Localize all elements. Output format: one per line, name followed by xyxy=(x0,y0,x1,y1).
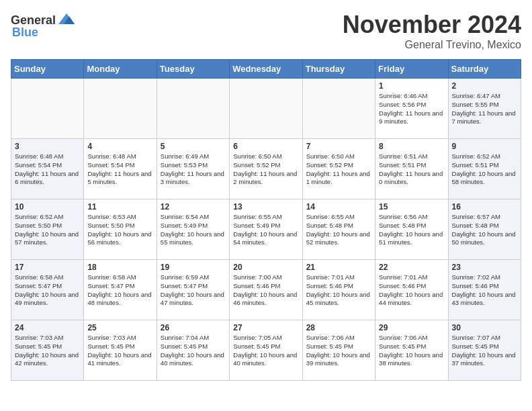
day-number: 25 xyxy=(87,323,152,332)
sunset: Sunset: 5:49 PM xyxy=(233,222,280,229)
sunrise: Sunrise: 6:58 AM xyxy=(87,273,136,281)
calendar-cell: 1 Sunrise: 6:46 AM Sunset: 5:56 PM Dayli… xyxy=(375,79,448,139)
day-info: Sunrise: 6:50 AM Sunset: 5:52 PM Dayligh… xyxy=(306,152,371,187)
sunrise: Sunrise: 7:04 AM xyxy=(161,334,209,341)
sunrise: Sunrise: 6:52 AM xyxy=(15,213,63,220)
sunrise: Sunrise: 7:07 AM xyxy=(452,334,500,341)
calendar-cell: 19 Sunrise: 6:59 AM Sunset: 5:47 PM Dayl… xyxy=(157,260,229,320)
sunrise: Sunrise: 6:51 AM xyxy=(379,152,427,160)
daylight: Daylight: 10 hours and 57 minutes. xyxy=(15,230,79,246)
calendar-cell: 10 Sunrise: 6:52 AM Sunset: 5:50 PM Dayl… xyxy=(11,199,84,260)
sunset: Sunset: 5:45 PM xyxy=(452,342,499,350)
calendar-cell: 16 Sunrise: 6:57 AM Sunset: 5:48 PM Dayl… xyxy=(448,199,521,260)
day-number: 26 xyxy=(161,323,226,332)
daylight: Daylight: 10 hours and 47 minutes. xyxy=(161,291,224,307)
day-info: Sunrise: 6:53 AM Sunset: 5:50 PM Dayligh… xyxy=(87,213,152,247)
calendar-table: SundayMondayTuesdayWednesdayThursdayFrid… xyxy=(11,59,521,381)
day-info: Sunrise: 6:56 AM Sunset: 5:48 PM Dayligh… xyxy=(379,213,444,247)
daylight: Daylight: 11 hours and 2 minutes. xyxy=(233,170,297,186)
sunset: Sunset: 5:50 PM xyxy=(87,222,134,229)
calendar-cell xyxy=(302,79,375,139)
day-info: Sunrise: 6:48 AM Sunset: 5:54 PM Dayligh… xyxy=(87,152,152,187)
calendar-cell: 17 Sunrise: 6:58 AM Sunset: 5:47 PM Dayl… xyxy=(11,260,84,320)
sunset: Sunset: 5:46 PM xyxy=(452,282,499,289)
sunset: Sunset: 5:52 PM xyxy=(306,161,353,169)
calendar-week-row: 1 Sunrise: 6:46 AM Sunset: 5:56 PM Dayli… xyxy=(11,79,521,139)
day-info: Sunrise: 6:50 AM Sunset: 5:52 PM Dayligh… xyxy=(233,152,298,187)
daylight: Daylight: 11 hours and 5 minutes. xyxy=(87,170,151,186)
sunset: Sunset: 5:45 PM xyxy=(161,342,208,350)
day-number: 23 xyxy=(452,263,517,272)
day-info: Sunrise: 7:00 AM Sunset: 5:46 PM Dayligh… xyxy=(233,273,298,308)
day-header: Tuesday xyxy=(157,60,229,79)
sunrise: Sunrise: 7:02 AM xyxy=(452,273,500,281)
calendar-week-row: 10 Sunrise: 6:52 AM Sunset: 5:50 PM Dayl… xyxy=(11,199,521,260)
day-info: Sunrise: 6:47 AM Sunset: 5:55 PM Dayligh… xyxy=(452,92,517,126)
sunset: Sunset: 5:55 PM xyxy=(452,101,499,108)
sunset: Sunset: 5:47 PM xyxy=(87,282,134,289)
calendar-cell: 14 Sunrise: 6:55 AM Sunset: 5:48 PM Dayl… xyxy=(302,199,375,260)
day-number: 9 xyxy=(452,142,517,151)
daylight: Daylight: 10 hours and 52 minutes. xyxy=(306,230,370,246)
daylight: Daylight: 10 hours and 44 minutes. xyxy=(379,291,443,307)
calendar-cell: 6 Sunrise: 6:50 AM Sunset: 5:52 PM Dayli… xyxy=(230,139,302,199)
day-number: 5 xyxy=(161,142,226,151)
sunrise: Sunrise: 7:00 AM xyxy=(233,273,281,281)
daylight: Daylight: 11 hours and 6 minutes. xyxy=(15,170,79,186)
daylight: Daylight: 11 hours and 7 minutes. xyxy=(452,109,516,126)
day-number: 24 xyxy=(15,323,80,332)
calendar-cell xyxy=(157,79,229,139)
calendar-cell: 3 Sunrise: 6:48 AM Sunset: 5:54 PM Dayli… xyxy=(11,139,84,199)
sunrise: Sunrise: 6:58 AM xyxy=(15,273,63,281)
sunrise: Sunrise: 7:03 AM xyxy=(87,334,136,341)
daylight: Daylight: 10 hours and 58 minutes. xyxy=(452,170,516,186)
calendar-cell: 9 Sunrise: 6:52 AM Sunset: 5:51 PM Dayli… xyxy=(448,139,521,199)
day-number: 19 xyxy=(161,263,226,272)
sunset: Sunset: 5:48 PM xyxy=(306,222,353,229)
calendar-cell: 5 Sunrise: 6:49 AM Sunset: 5:53 PM Dayli… xyxy=(157,139,229,199)
day-info: Sunrise: 7:01 AM Sunset: 5:46 PM Dayligh… xyxy=(306,273,371,308)
calendar-cell: 15 Sunrise: 6:56 AM Sunset: 5:48 PM Dayl… xyxy=(375,199,448,260)
day-number: 11 xyxy=(87,202,152,212)
daylight: Daylight: 10 hours and 37 minutes. xyxy=(452,351,516,367)
daylight: Daylight: 10 hours and 56 minutes. xyxy=(87,230,151,246)
calendar-cell: 30 Sunrise: 7:07 AM Sunset: 5:45 PM Dayl… xyxy=(448,320,521,381)
title-block: November 2024 General Trevino, Mexico xyxy=(343,11,521,51)
daylight: Daylight: 10 hours and 50 minutes. xyxy=(452,230,516,246)
daylight: Daylight: 10 hours and 38 minutes. xyxy=(379,351,443,367)
calendar-week-row: 3 Sunrise: 6:48 AM Sunset: 5:54 PM Dayli… xyxy=(11,139,521,199)
day-number: 1 xyxy=(379,81,444,91)
day-number: 15 xyxy=(379,202,444,212)
day-info: Sunrise: 7:04 AM Sunset: 5:45 PM Dayligh… xyxy=(161,334,226,368)
sunset: Sunset: 5:54 PM xyxy=(87,161,134,169)
calendar-week-row: 17 Sunrise: 6:58 AM Sunset: 5:47 PM Dayl… xyxy=(11,260,521,320)
day-number: 18 xyxy=(87,263,152,272)
daylight: Daylight: 10 hours and 39 minutes. xyxy=(306,351,370,367)
day-info: Sunrise: 6:58 AM Sunset: 5:47 PM Dayligh… xyxy=(15,273,80,308)
day-info: Sunrise: 7:07 AM Sunset: 5:45 PM Dayligh… xyxy=(452,334,517,368)
sunrise: Sunrise: 6:59 AM xyxy=(161,273,209,281)
daylight: Daylight: 10 hours and 49 minutes. xyxy=(15,291,79,307)
sunrise: Sunrise: 6:46 AM xyxy=(379,92,427,99)
calendar-cell: 27 Sunrise: 7:05 AM Sunset: 5:45 PM Dayl… xyxy=(230,320,302,381)
day-info: Sunrise: 6:55 AM Sunset: 5:49 PM Dayligh… xyxy=(233,213,298,247)
day-info: Sunrise: 6:46 AM Sunset: 5:56 PM Dayligh… xyxy=(379,92,444,126)
calendar-cell: 8 Sunrise: 6:51 AM Sunset: 5:51 PM Dayli… xyxy=(375,139,448,199)
day-info: Sunrise: 7:03 AM Sunset: 5:45 PM Dayligh… xyxy=(87,334,152,368)
day-number: 29 xyxy=(379,323,444,332)
day-header: Friday xyxy=(375,60,448,79)
calendar-cell: 28 Sunrise: 7:06 AM Sunset: 5:45 PM Dayl… xyxy=(302,320,375,381)
sunset: Sunset: 5:48 PM xyxy=(379,222,426,229)
daylight: Daylight: 10 hours and 46 minutes. xyxy=(233,291,297,307)
day-number: 16 xyxy=(452,202,517,212)
sunrise: Sunrise: 6:48 AM xyxy=(15,152,63,160)
sunrise: Sunrise: 6:56 AM xyxy=(379,213,427,220)
day-number: 22 xyxy=(379,263,444,272)
calendar-cell: 21 Sunrise: 7:01 AM Sunset: 5:46 PM Dayl… xyxy=(302,260,375,320)
day-number: 17 xyxy=(15,263,80,272)
calendar-cell: 2 Sunrise: 6:47 AM Sunset: 5:55 PM Dayli… xyxy=(448,79,521,139)
sunrise: Sunrise: 6:55 AM xyxy=(306,213,355,220)
sunrise: Sunrise: 7:06 AM xyxy=(306,334,355,341)
sunrise: Sunrise: 6:47 AM xyxy=(452,92,500,99)
sunset: Sunset: 5:54 PM xyxy=(15,161,62,169)
